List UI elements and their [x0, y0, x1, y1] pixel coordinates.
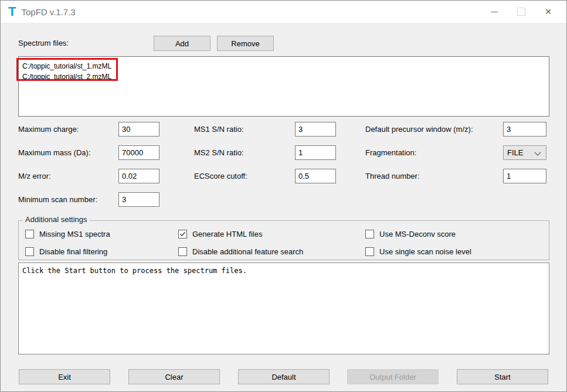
titlebar: T TopFD v.1.7.3 ✕: [1, 1, 566, 23]
fragmentation-selected-value: FILE: [507, 148, 523, 157]
checkbox-use-single-scan-noise-level[interactable]: Use single scan noise level: [365, 247, 471, 257]
spectrum-file-list[interactable]: C:/toppic_tutorial/st_1.mzML C:/toppic_t…: [18, 56, 549, 117]
ms1-sn-ratio-label: MS1 S/N ratio:: [194, 122, 244, 137]
checkbox-box[interactable]: [25, 247, 34, 256]
start-button[interactable]: Start: [457, 369, 548, 384]
status-log-box[interactable]: Click the Start button to process the sp…: [18, 263, 549, 354]
close-button[interactable]: ✕: [535, 1, 562, 23]
checkbox-label: Missing MS1 spectra: [39, 230, 110, 238]
remove-button[interactable]: Remove: [217, 36, 274, 51]
ms1-sn-ratio-input[interactable]: [295, 122, 336, 137]
checkbox-label: Disable additional feature search: [192, 247, 303, 256]
checkbox-box[interactable]: [178, 230, 187, 238]
close-icon: ✕: [545, 8, 552, 16]
checkbox-disable-final-filtering[interactable]: Disable final filtering: [25, 247, 107, 257]
app-logo-icon: T: [8, 1, 16, 23]
ecscore-cutoff-input[interactable]: [295, 169, 336, 183]
checkbox-box[interactable]: [365, 247, 374, 256]
maximum-mass-input[interactable]: [118, 145, 159, 160]
exit-button[interactable]: Exit: [19, 369, 110, 384]
ecscore-cutoff-label: ECScore cutoff:: [194, 169, 247, 183]
checkbox-box[interactable]: [25, 230, 34, 238]
default-button[interactable]: Default: [238, 369, 330, 384]
minimum-scan-number-input[interactable]: [118, 192, 159, 207]
status-log-text: Click the Start button to process the sp…: [22, 267, 545, 275]
checkbox-label: Use MS-Deconv score: [379, 230, 456, 238]
file-list-item[interactable]: C:/toppic_tutorial/st_1.mzML: [22, 61, 549, 71]
precursor-window-label: Default precursor window (m/z):: [365, 122, 473, 137]
ms2-sn-ratio-label: MS2 S/N ratio:: [194, 145, 244, 160]
spectrum-files-label: Spectrum files:: [18, 36, 69, 50]
thread-number-label: Thread number:: [365, 169, 420, 183]
ms2-sn-ratio-input[interactable]: [295, 145, 336, 160]
checkbox-box[interactable]: [365, 230, 374, 238]
maximum-mass-label: Maximum mass (Da):: [18, 145, 91, 160]
maximize-button[interactable]: [508, 1, 535, 23]
precursor-window-input[interactable]: [503, 122, 546, 137]
fragmentation-label: Fragmentation:: [365, 145, 416, 160]
maximum-charge-input[interactable]: [118, 122, 159, 137]
file-list-item[interactable]: C:/toppic_tutorial/st_2.mzML: [22, 71, 549, 82]
minimize-icon: [491, 12, 498, 12]
checkbox-label: Generate HTML files: [192, 230, 262, 238]
minimum-scan-number-label: Minimum scan number:: [18, 192, 97, 207]
window-controls: ✕: [481, 1, 562, 23]
checkbox-label: Disable final filtering: [39, 247, 107, 256]
maximum-charge-label: Maximum charge:: [18, 122, 79, 137]
output-folder-button: Output Folder: [347, 369, 439, 384]
checkbox-box[interactable]: [178, 247, 187, 256]
checkbox-generate-html-files[interactable]: Generate HTML files: [178, 229, 262, 239]
fragmentation-select[interactable]: FILE: [503, 145, 546, 160]
checkbox-use-ms-deconv-score[interactable]: Use MS-Deconv score: [365, 229, 456, 239]
thread-number-input[interactable]: [503, 169, 546, 183]
minimize-button[interactable]: [481, 1, 508, 23]
checkbox-disable-additional-feature-search[interactable]: Disable additional feature search: [178, 247, 303, 257]
window-title: TopFD v.1.7.3: [21, 7, 75, 17]
mz-error-label: M/z error:: [18, 169, 51, 183]
additional-settings-title: Additional settings: [23, 215, 90, 224]
chevron-down-icon: [534, 149, 541, 155]
mz-error-input[interactable]: [118, 169, 159, 183]
add-button[interactable]: Add: [154, 36, 210, 51]
checkmark-icon: [179, 231, 186, 237]
maximize-icon: [517, 8, 525, 16]
checkbox-missing-ms1-spectra[interactable]: Missing MS1 spectra: [25, 229, 110, 239]
app-window: T TopFD v.1.7.3 ✕ Spectrum files: Add Re…: [0, 0, 567, 392]
checkbox-label: Use single scan noise level: [379, 247, 471, 256]
clear-button[interactable]: Clear: [128, 369, 220, 384]
